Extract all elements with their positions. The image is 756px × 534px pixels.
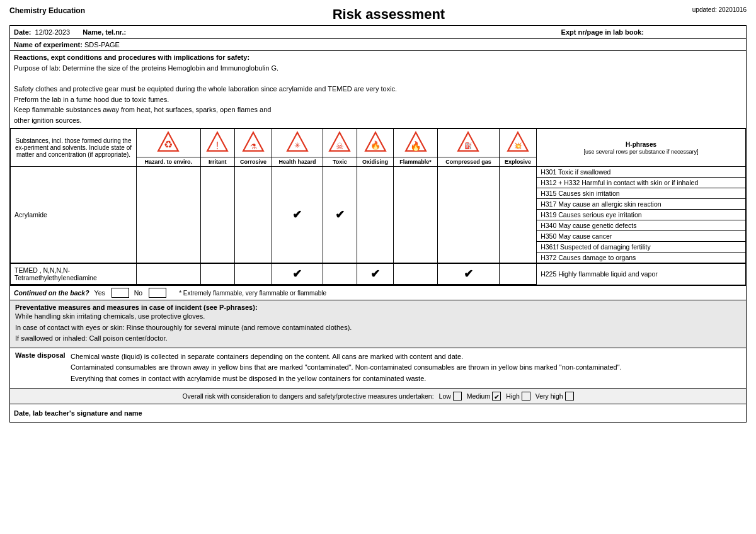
svg-text:💥: 💥 xyxy=(513,142,522,150)
no-label: No xyxy=(134,289,142,297)
check-cell-2 xyxy=(234,263,272,285)
preventative-line: In case of contact with eyes or skin: Ri… xyxy=(15,322,741,334)
hphrase-cell: H319 Causes serious eye irritation xyxy=(537,210,746,220)
preventative-title: Preventative measures and measures in ca… xyxy=(15,304,741,311)
experiment-name-value: SDS-PAGE xyxy=(84,41,120,48)
risk-option-label: Low xyxy=(439,392,451,400)
col-header-8: Explosive xyxy=(499,157,536,167)
reactions-content: Purpose of lab: Determine the size of th… xyxy=(14,63,742,125)
hazard-section: Substances, incl. those formed during th… xyxy=(10,128,746,286)
hphrases-header: H-phrases [use several rows per substanc… xyxy=(537,129,746,167)
risk-option-high[interactable]: High xyxy=(506,392,530,401)
risk-option-medium[interactable]: Medium✔ xyxy=(467,392,501,401)
hphrase-cell: H361f Suspected of damaging fertility xyxy=(537,242,746,253)
icon-toxic: ☠ xyxy=(323,129,357,157)
preventative-line: If swallowed or inhaled: Call poison cen… xyxy=(15,333,741,344)
table-row: TEMED , N,N,N,N-Tetramethylethylenediami… xyxy=(11,263,746,285)
top-header: Chemistry Education Risk assessment upda… xyxy=(9,6,747,23)
risk-checkbox[interactable]: ✔ xyxy=(492,392,501,401)
waste-line: Everything that comes in contact with ac… xyxy=(71,373,622,385)
risk-row: Overall risk with consideration to dange… xyxy=(10,389,746,404)
page-title: Risk assessment xyxy=(85,6,692,23)
risk-checkbox[interactable] xyxy=(565,392,574,401)
hazard-tbody: Acrylamide✔✔H301 Toxic if swallowedH312 … xyxy=(11,167,746,285)
check-cell-4 xyxy=(323,263,357,285)
oxidising-icon: 🔥 xyxy=(364,131,387,154)
risk-option-label: High xyxy=(506,392,520,400)
icon-irritant: ! xyxy=(200,129,234,157)
icon-compressed: ⛽ xyxy=(438,129,500,157)
preventative-line: While handling skin irritating chemicals… xyxy=(15,311,741,322)
risk-label: Overall risk with consideration to dange… xyxy=(182,392,433,400)
check-cell-7: ✔ xyxy=(438,263,500,285)
reaction-line: Purpose of lab: Determine the size of th… xyxy=(14,63,742,74)
hphrase-cell: H301 Toxic if swallowed xyxy=(537,167,746,178)
risk-option-low[interactable]: Low xyxy=(439,392,462,401)
no-checkbox[interactable] xyxy=(149,288,166,298)
check-cell-1 xyxy=(200,263,234,285)
substance-name: TEMED , N,N,N,N-Tetramethylethylenediami… xyxy=(11,263,137,285)
yes-label: Yes xyxy=(94,289,105,297)
risk-option-label: Very high xyxy=(536,392,563,400)
check-cell-5 xyxy=(357,167,394,264)
risk-option-very-high[interactable]: Very high xyxy=(536,392,574,401)
risk-checkbox[interactable] xyxy=(453,392,462,401)
toxic-icon: ☠ xyxy=(328,131,351,154)
svg-text:♻: ♻ xyxy=(164,139,173,150)
date-value: 12/02-2023 xyxy=(35,28,71,36)
date-label: Date: xyxy=(14,28,32,36)
table-row: Acrylamide✔✔H301 Toxic if swallowed xyxy=(11,167,746,178)
experiment-name-row: Name of experiment: SDS-PAGE xyxy=(10,39,746,51)
check-cell-5: ✔ xyxy=(357,263,394,285)
check-cell-0 xyxy=(137,263,201,285)
main-content: Date: 12/02-2023 Name, tel.nr.: Expt nr/… xyxy=(9,25,747,423)
icon-flammable: 🔥 xyxy=(394,129,438,157)
check-cell-6 xyxy=(394,263,438,285)
page: Chemistry Education Risk assessment upda… xyxy=(9,6,747,423)
check-cell-6 xyxy=(394,167,438,264)
check-cell-7 xyxy=(438,167,500,264)
health-hazard-icon: ✳ xyxy=(286,131,309,154)
col-header-6: Flammable* xyxy=(394,157,438,167)
preventative-section: Preventative measures and measures in ca… xyxy=(10,300,746,348)
enviro-icon: ♻ xyxy=(157,131,180,154)
check-cell-8 xyxy=(499,263,536,285)
hphrase-cell: H340 May cause genetic defects xyxy=(537,220,746,231)
flammable-footnote: * Extremely flammable, very flammable or… xyxy=(179,290,326,297)
icon-explosive: 💥 xyxy=(499,129,536,157)
hphrase-cell: H312 + H332 Harmful in contact with skin… xyxy=(537,178,746,188)
reaction-line: Keep flammable substances away from heat… xyxy=(14,105,742,115)
org-name: Chemistry Education xyxy=(9,6,85,15)
svg-text:🔥: 🔥 xyxy=(410,140,421,152)
hphrase-cell: H225 Highly flammable liquid and vapor xyxy=(537,263,746,285)
reaction-line: Safety clothes and protective gear must … xyxy=(14,84,742,94)
svg-text:🔥: 🔥 xyxy=(370,140,381,151)
hphrase-cell: H350 May cause cancer xyxy=(537,231,746,242)
waste-line: Chemical waste (liquid) is collected in … xyxy=(71,351,622,363)
waste-line: Contaminated consumables are thrown away… xyxy=(71,362,622,373)
check-cell-4: ✔ xyxy=(323,167,357,264)
irritant-icon: ! xyxy=(206,131,229,154)
flammable-icon: 🔥 xyxy=(404,131,427,154)
risk-checkbox[interactable] xyxy=(522,392,530,401)
col-header-3: Health hazard xyxy=(272,157,323,167)
icon-health: ✳ xyxy=(272,129,323,157)
check-cell-1 xyxy=(200,167,234,264)
col-header-7: Compressed gas xyxy=(438,157,500,167)
expt-value xyxy=(648,28,742,36)
check-cell-2 xyxy=(234,167,272,264)
svg-text:✳: ✳ xyxy=(294,142,301,149)
waste-label: Waste disposal xyxy=(15,351,66,385)
continued-label: Continued on the back? xyxy=(14,289,89,297)
svg-text:☠: ☠ xyxy=(336,141,344,151)
col-header-1: Irritant xyxy=(200,157,234,167)
hphrases-subtext: [use several rows per substance if neces… xyxy=(584,149,699,155)
reaction-line: other ignition sources. xyxy=(14,115,742,126)
check-cell-3: ✔ xyxy=(272,167,323,264)
reactions-section: Reactions, expt conditions and procedure… xyxy=(10,51,746,128)
corrosive-icon: ⚗ xyxy=(242,131,265,154)
hphrases-label: H-phrases xyxy=(626,141,656,148)
risk-option-label: Medium xyxy=(467,392,490,400)
yes-checkbox[interactable] xyxy=(112,288,129,298)
name-field: Name, tel.nr.: xyxy=(83,28,319,36)
